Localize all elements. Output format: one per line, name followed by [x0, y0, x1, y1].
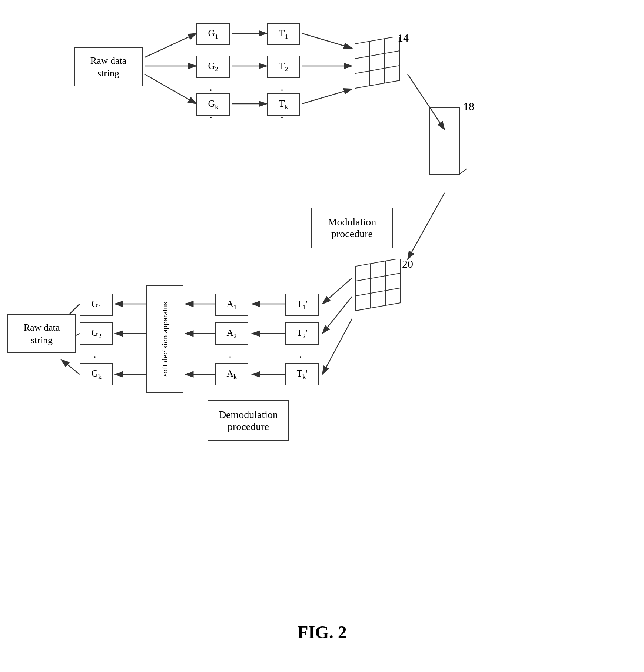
- svg-line-13: [322, 278, 352, 304]
- grid-14: 14: [351, 37, 409, 102]
- svg-marker-35: [459, 107, 467, 174]
- gk-top: Gk: [196, 93, 230, 116]
- svg-line-31: [355, 51, 399, 59]
- grid-20: 20: [352, 259, 409, 324]
- diagram: Raw data string G1 G2 ··· Gk T1 T2 ··· T…: [0, 0, 644, 672]
- ak: Ak: [215, 363, 248, 385]
- grid-18: 18: [426, 107, 471, 191]
- svg-line-10: [302, 89, 352, 104]
- g1-top: G1: [196, 23, 230, 45]
- gk-bottom: Gk: [80, 363, 113, 385]
- svg-line-2: [145, 33, 196, 57]
- g2-bottom: G2: [80, 322, 113, 345]
- ref-20-label: 20: [402, 258, 413, 270]
- g2-top: G2: [196, 56, 230, 78]
- ref-14-label: 14: [398, 32, 409, 44]
- t2-prime: T2': [285, 322, 319, 345]
- demodulation-box: Demodulation procedure: [208, 400, 289, 441]
- t2-top: T2: [267, 56, 300, 78]
- svg-line-4: [145, 74, 196, 104]
- svg-rect-33: [430, 107, 459, 174]
- svg-line-15: [322, 319, 352, 374]
- svg-line-32: [355, 66, 399, 73]
- t1-top: T1: [267, 23, 300, 45]
- g1-bottom: G1: [80, 294, 113, 316]
- figure-caption: FIG. 2: [266, 622, 378, 642]
- raw-data-bottom: Raw data string: [7, 314, 76, 353]
- tk-prime: Tk': [285, 363, 319, 385]
- svg-rect-36: [356, 259, 400, 311]
- ref-18-label: 18: [463, 100, 474, 113]
- svg-line-27: [61, 360, 80, 374]
- tk-top: Tk: [267, 93, 300, 116]
- a2: A2: [215, 322, 248, 345]
- t1-prime: T1': [285, 294, 319, 316]
- svg-line-8: [302, 33, 352, 48]
- raw-data-top: Raw data string: [74, 47, 143, 86]
- a1: A1: [215, 294, 248, 316]
- modulation-box: Modulation procedure: [311, 208, 393, 248]
- svg-line-14: [322, 297, 352, 334]
- soft-decision-box: soft decision apparatus: [146, 285, 183, 393]
- svg-line-12: [408, 193, 445, 259]
- svg-rect-28: [355, 37, 399, 88]
- svg-line-39: [356, 273, 400, 281]
- svg-line-40: [356, 288, 400, 296]
